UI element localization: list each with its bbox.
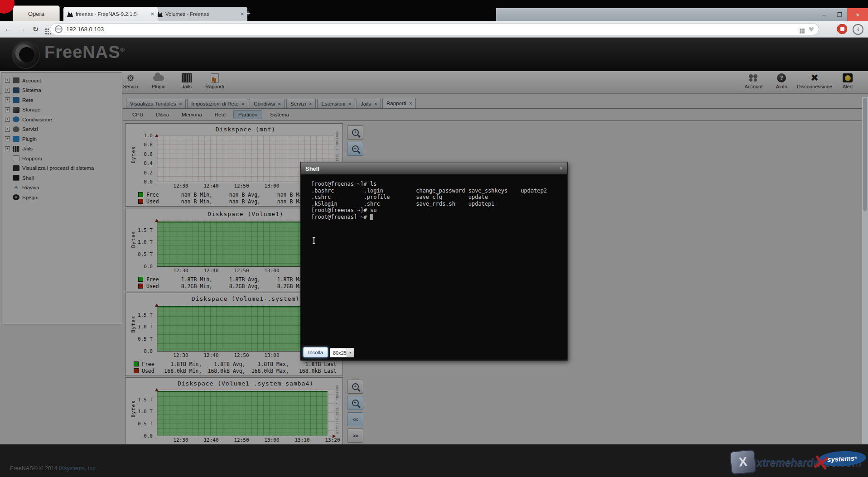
back-button-icon[interactable]: ← bbox=[5, 25, 12, 33]
window-minimize-button[interactable]: – bbox=[816, 8, 832, 21]
xtremehardware-badge-icon: X bbox=[729, 449, 757, 475]
stop-hand-badge-icon[interactable] bbox=[837, 24, 847, 34]
freenas-favicon-icon bbox=[67, 11, 73, 17]
browser-tab-strip: – ❐ × Opera freenas - FreeNAS-9.2.1.5- ×… bbox=[0, 0, 868, 21]
terminal-size-select[interactable]: 80x25 ▼ bbox=[330, 348, 354, 357]
url-text: 192.168.0.103 bbox=[66, 26, 104, 33]
window-restore-button[interactable]: ❐ bbox=[832, 8, 847, 21]
browser-tab-title: freenas - FreeNAS-9.2.1.5- bbox=[76, 11, 148, 17]
paste-button[interactable]: Incolla bbox=[303, 347, 328, 357]
red-x-brush-icon: × bbox=[810, 448, 833, 477]
freenas-page: FreeNAS® Sistema Rete Storage ↻ Condivis… bbox=[0, 37, 868, 477]
browser-address-bar: ← → ↻ 192.168.0.103 ♥ ↓ bbox=[0, 21, 868, 38]
window-controls: – ❐ × bbox=[496, 8, 868, 21]
chevron-down-icon[interactable]: ▼ bbox=[347, 348, 354, 357]
bookmark-heart-icon[interactable]: ♥ bbox=[808, 26, 814, 33]
forward-button-icon[interactable]: → bbox=[19, 25, 26, 33]
window-close-button[interactable]: × bbox=[847, 8, 868, 21]
tab-close-icon[interactable]: × bbox=[241, 11, 244, 17]
terminal-cursor bbox=[370, 214, 373, 220]
shell-terminal[interactable]: [root@freenas ~]# ls .bashrc .login chan… bbox=[302, 175, 566, 359]
download-icon[interactable]: ↓ bbox=[853, 24, 863, 35]
page-scrollbar[interactable] bbox=[862, 97, 868, 444]
site-watermark: X xtremehardware.com systems® × bbox=[730, 447, 866, 477]
url-field[interactable]: 192.168.0.103 ♥ bbox=[50, 23, 819, 35]
browser-tab-title: Volumes - Freenas bbox=[165, 11, 238, 17]
browser-tab-freenas[interactable]: freenas - FreeNAS-9.2.1.5- × bbox=[63, 7, 158, 21]
reload-button-icon[interactable]: ↻ bbox=[33, 25, 39, 34]
grid-icon[interactable] bbox=[800, 29, 801, 29]
shell-title-bar[interactable]: Shell × bbox=[301, 163, 567, 174]
terminal-prompt: [root@freenas] ~# bbox=[311, 214, 370, 221]
new-tab-button[interactable]: + bbox=[246, 9, 251, 19]
browser-tab-volumes[interactable]: Volumes - Freenas × bbox=[153, 7, 247, 21]
tab-close-icon[interactable]: × bbox=[151, 11, 154, 17]
speed-dial-icon[interactable] bbox=[45, 29, 47, 30]
shell-title: Shell bbox=[305, 165, 319, 172]
terminal-output: [root@freenas ~]# ls .bashrc .login chan… bbox=[311, 181, 566, 214]
scrollbar-thumb[interactable] bbox=[863, 98, 867, 211]
dialog-close-icon[interactable]: × bbox=[559, 165, 563, 172]
opera-menu-button[interactable]: Opera bbox=[13, 5, 60, 22]
text-cursor-ibeam bbox=[313, 237, 314, 244]
shell-dialog[interactable]: Shell × [root@freenas ~]# ls .bashrc .lo… bbox=[301, 162, 567, 360]
site-globe-icon bbox=[55, 25, 63, 33]
